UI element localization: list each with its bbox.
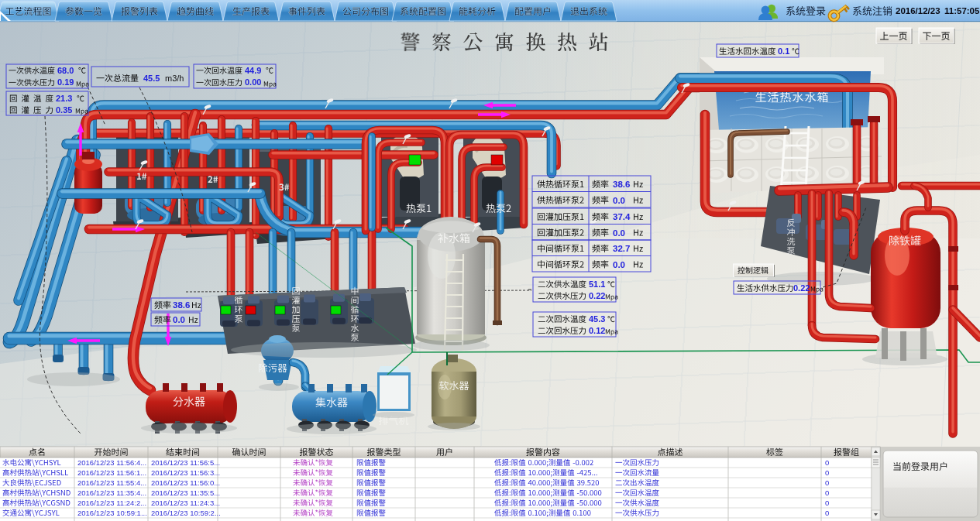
svg-text:0: 0: [825, 488, 829, 497]
svg-text:0.1: 0.1: [778, 46, 789, 56]
svg-text:51.1: 51.1: [589, 279, 605, 289]
svg-text:0: 0: [825, 458, 829, 467]
svg-text:0.19: 0.19: [57, 77, 74, 87]
svg-text:68.0: 68.0: [57, 66, 74, 75]
svg-text:2016/12/23 11:56:3...: 2016/12/23 11:56:3...: [151, 468, 220, 477]
svg-text:45.5: 45.5: [143, 74, 160, 83]
svg-text:44.9: 44.9: [245, 66, 261, 75]
svg-text:38.6: 38.6: [173, 300, 190, 310]
svg-text:32.7: 32.7: [613, 244, 630, 253]
svg-text:2016/12/23 11:24:2...: 2016/12/23 11:24:2...: [77, 499, 146, 507]
svg-text:0.00: 0.00: [245, 77, 261, 87]
svg-text:0.22: 0.22: [589, 291, 605, 300]
svg-text:0: 0: [825, 509, 829, 517]
svg-text:2016/12/23 11:56:5...: 2016/12/23 11:56:5...: [151, 458, 220, 467]
svg-text:11:57:05: 11:57:05: [944, 6, 980, 15]
svg-text:2016/12/23 11:35:4...: 2016/12/23 11:35:4...: [77, 488, 146, 497]
svg-text:45.3: 45.3: [589, 314, 605, 324]
svg-text:37.4: 37.4: [613, 212, 631, 221]
svg-text:2016/12/23 11:55:4...: 2016/12/23 11:55:4...: [77, 478, 146, 487]
svg-text:2016/12/23 11:56:0...: 2016/12/23 11:56:0...: [151, 478, 220, 487]
svg-text:0: 0: [825, 499, 829, 507]
svg-text:0.22: 0.22: [793, 283, 810, 293]
svg-text:21.3: 21.3: [56, 94, 72, 103]
svg-text:0.35: 0.35: [56, 105, 72, 115]
svg-text:m3/h: m3/h: [165, 74, 184, 83]
svg-text:2016/12/23 10:59:2...: 2016/12/23 10:59:2...: [151, 509, 221, 517]
svg-text:0.0: 0.0: [613, 196, 625, 205]
svg-text:0.0: 0.0: [173, 315, 185, 324]
svg-text:0.0: 0.0: [613, 260, 625, 269]
svg-text:0.0: 0.0: [613, 228, 625, 238]
svg-text:2016/12/23 11:35:5...: 2016/12/23 11:35:5...: [151, 488, 220, 497]
svg-text:0.12: 0.12: [589, 326, 605, 335]
svg-text:2016/12/23 11:56:1...: 2016/12/23 11:56:1...: [77, 468, 146, 477]
svg-text:0: 0: [825, 478, 829, 487]
svg-text:38.6: 38.6: [613, 180, 630, 189]
svg-text:2016/12/23 11:56:4...: 2016/12/23 11:56:4...: [77, 458, 146, 467]
svg-text:2016/12/23 11:24:3...: 2016/12/23 11:24:3...: [151, 499, 220, 507]
svg-text:0: 0: [825, 468, 829, 477]
svg-text:2016/12/23: 2016/12/23: [896, 6, 940, 15]
svg-text:2016/12/23 10:59:1...: 2016/12/23 10:59:1...: [77, 509, 147, 517]
